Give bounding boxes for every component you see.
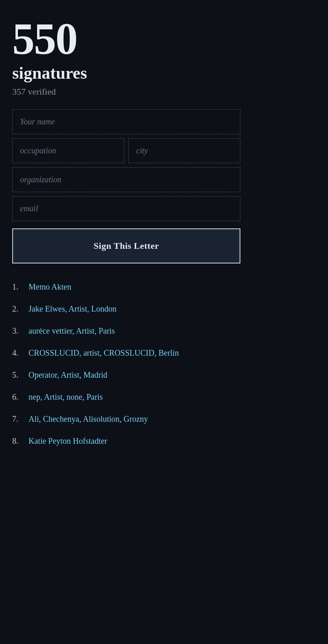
signer-number: 8. bbox=[12, 435, 29, 447]
list-item[interactable]: 8.Katie Peyton Hofstadter bbox=[12, 430, 316, 452]
signer-name: nep, Artist, none, Paris bbox=[29, 391, 103, 403]
signer-number: 2. bbox=[12, 303, 29, 315]
city-input[interactable] bbox=[128, 138, 240, 163]
signer-name: Jake Elwes, Artist, London bbox=[29, 303, 117, 315]
list-item: 1.Memo Akten bbox=[12, 276, 316, 298]
sign-form: Sign This Letter bbox=[12, 109, 240, 276]
signer-number: 5. bbox=[12, 369, 29, 381]
list-item: 2.Jake Elwes, Artist, London bbox=[12, 298, 316, 320]
signer-number: 6. bbox=[12, 391, 29, 403]
signer-name: CROSSLUCID, artist, CROSSLUCID, Berlin bbox=[29, 347, 179, 359]
signer-name: Ali, Chechenya, Alisolution, Grozny bbox=[29, 413, 148, 425]
signature-count: 550 bbox=[12, 16, 316, 61]
signatures-label: signatures bbox=[12, 63, 316, 83]
organization-input[interactable] bbox=[12, 167, 240, 192]
list-item: 5.Operator, Artist, Madrid bbox=[12, 364, 316, 386]
list-item: 7.Ali, Chechenya, Alisolution, Grozny bbox=[12, 408, 316, 430]
signer-number: 4. bbox=[12, 347, 29, 359]
list-item: 6.nep, Artist, none, Paris bbox=[12, 386, 316, 408]
signer-number: 7. bbox=[12, 413, 29, 425]
signers-list: 1.Memo Akten2.Jake Elwes, Artist, London… bbox=[12, 276, 316, 452]
signer-name: Operator, Artist, Madrid bbox=[29, 369, 108, 381]
verified-label: 357 verified bbox=[12, 86, 316, 97]
name-input[interactable] bbox=[12, 109, 240, 134]
email-input[interactable] bbox=[12, 196, 240, 221]
signer-name: Katie Peyton Hofstadter bbox=[29, 435, 107, 447]
occupation-input[interactable] bbox=[12, 138, 124, 163]
sign-button[interactable]: Sign This Letter bbox=[12, 228, 240, 263]
signer-name: aurèce vettier, Artist, Paris bbox=[29, 325, 115, 337]
list-item: 4.CROSSLUCID, artist, CROSSLUCID, Berlin bbox=[12, 342, 316, 364]
signer-number: 3. bbox=[12, 325, 29, 337]
signer-number: 1. bbox=[12, 281, 29, 293]
list-item: 3.aurèce vettier, Artist, Paris bbox=[12, 320, 316, 342]
signer-name: Memo Akten bbox=[29, 281, 71, 293]
